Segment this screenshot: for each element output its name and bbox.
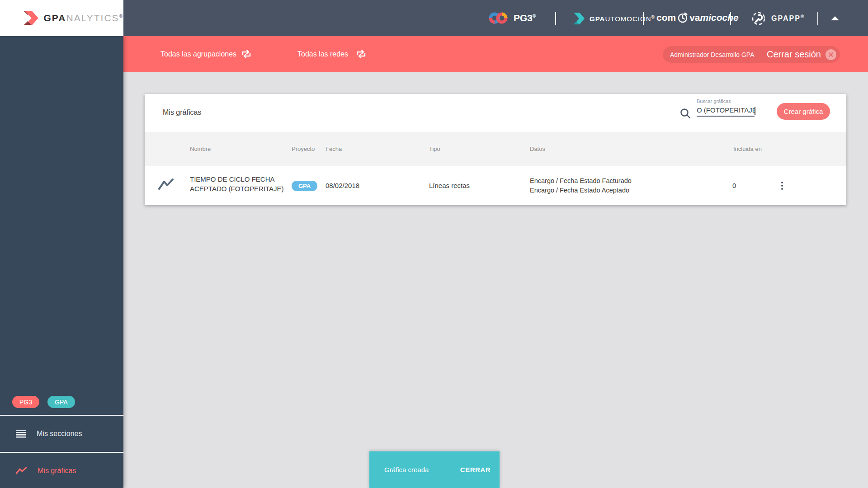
wrench-circle-icon [751, 11, 767, 26]
pg3-infinity-icon [488, 10, 508, 26]
toast-close-button[interactable]: CERRAR [460, 466, 491, 474]
search-field: Buscar gráficas [697, 99, 755, 117]
kebab-menu-icon[interactable] [775, 178, 789, 193]
gpapp-label: GPAPP® [771, 14, 805, 23]
gpa-analytics-logo[interactable]: GPANALYTICS® [0, 0, 123, 36]
gpa-analytics-arrow-icon [19, 6, 39, 30]
brand-gpautomocion[interactable]: GPAUTOMOCIÓN® [571, 12, 655, 25]
sidebar: PG3 GPA Mis secciones Mis gráficas [0, 36, 123, 488]
line-chart-icon [158, 178, 174, 191]
caret-up-icon[interactable] [831, 16, 839, 20]
cell-datos: Encargo / Fecha Estado Facturado Encargo… [530, 176, 632, 195]
column-header-fecha: Fecha [326, 132, 342, 166]
column-header-nombre: Nombre [190, 132, 211, 166]
cell-nombre: TIEMPO DE CICLO FECHA ACEPTADO (FOTOPERI… [190, 174, 287, 193]
topbar-separator [555, 12, 556, 25]
automocion-arrow-icon [571, 12, 585, 25]
filter-redes-label: Todas las redes [297, 50, 348, 58]
user-name: Administrador Desarrollo GPA [670, 51, 754, 58]
topbar-separator [817, 12, 818, 25]
close-circle-icon[interactable] [826, 49, 836, 60]
clock-icon [677, 12, 689, 23]
brand-pg3[interactable]: PG3® [488, 10, 536, 26]
cell-proyecto-badge: GPA [292, 181, 317, 191]
top-bar: GPANALYTICS® PG3® GPAUTOMOCIÓN® com vami… [0, 0, 868, 36]
gpa-analytics-wordmark: GPANALYTICS® [44, 13, 123, 23]
user-session-pill: Administrador Desarrollo GPA Cerrar sesi… [663, 46, 840, 63]
pg3-label: PG3® [514, 13, 536, 23]
toast-message: Gráfica creada [384, 466, 429, 474]
gpautomocion-label: GPAUTOMOCIÓN® [590, 14, 655, 23]
compravamicoche-label-right: vamicoche [689, 12, 739, 23]
badge-pg3[interactable]: PG3 [12, 396, 39, 408]
filter-agrupaciones[interactable]: Todas las agrupaciones [160, 36, 236, 72]
search-field-label: Buscar gráficas [697, 99, 755, 104]
cell-fecha: 08/02/2018 [326, 166, 359, 205]
text-cursor [755, 107, 755, 115]
search-icon [679, 108, 691, 119]
compravamicoche-label-left: com [656, 12, 676, 23]
swap-redes-button[interactable] [356, 36, 367, 72]
datos-line: Encargo / Fecha Estado Facturado [530, 176, 632, 186]
column-header-incluida: Incluida en [733, 132, 762, 166]
page-title: Mis gráficas [163, 108, 201, 117]
sidebar-item-mis-graficas[interactable]: Mis gráficas [0, 452, 123, 488]
create-chart-button[interactable]: Crear gráfica [777, 103, 830, 120]
line-chart-icon [16, 467, 27, 475]
snackbar-toast: Gráfica creada CERRAR [369, 451, 500, 488]
cell-incluida-en: 0 [732, 166, 736, 205]
menu-icon [16, 430, 26, 438]
badge-gpa[interactable]: GPA [47, 396, 75, 408]
search-input[interactable] [697, 105, 755, 117]
brand-compravamicoche[interactable]: com vamicoche [656, 12, 739, 23]
column-header-datos: Datos [530, 132, 545, 166]
swap-icon [356, 49, 367, 59]
topbar-separator [730, 12, 731, 25]
cell-tipo: Líneas rectas [429, 166, 470, 205]
sidebar-item-label: Mis secciones [37, 430, 82, 438]
mis-graficas-card: Mis gráficas Buscar gráficas Crear gráfi… [145, 94, 846, 205]
topbar-separator [643, 12, 644, 25]
sidebar-item-label: Mis gráficas [38, 467, 76, 475]
swap-agrupaciones-button[interactable] [241, 36, 252, 72]
sidebar-item-mis-secciones[interactable]: Mis secciones [0, 415, 123, 452]
column-header-tipo: Tipo [429, 132, 440, 166]
filter-agrupaciones-label: Todas las agrupaciones [160, 50, 236, 58]
swap-icon [241, 49, 252, 59]
table-row[interactable]: TIEMPO DE CICLO FECHA ACEPTADO (FOTOPERI… [145, 166, 846, 205]
filter-redes[interactable]: Todas las redes [297, 36, 348, 72]
column-header-proyecto: Proyecto [292, 132, 315, 166]
sidebar-badges: PG3 GPA [12, 396, 75, 408]
brand-gpapp[interactable]: GPAPP® [751, 11, 805, 26]
logout-button[interactable]: Cerrar sesión [767, 49, 821, 60]
datos-line: Encargo / Fecha Estado Aceptado [530, 186, 632, 195]
filter-bar: Todas las agrupaciones Todas las redes A… [123, 36, 868, 72]
table-header: Nombre Proyecto Fecha Tipo Datos Incluid… [145, 132, 846, 166]
